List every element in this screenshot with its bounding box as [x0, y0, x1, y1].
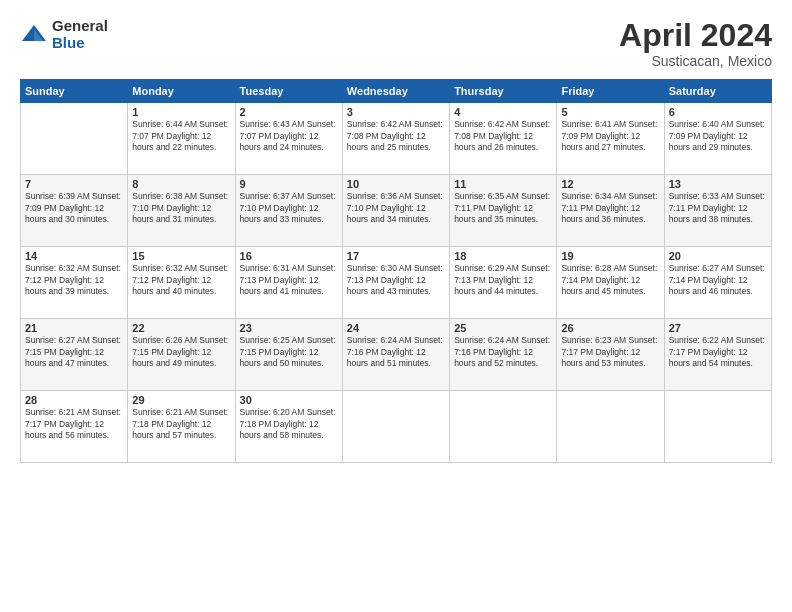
day-cell [21, 103, 128, 175]
day-number: 12 [561, 178, 659, 190]
logo: General Blue [20, 18, 108, 51]
logo-general: General [52, 18, 108, 35]
day-number: 3 [347, 106, 445, 118]
day-info: Sunrise: 6:22 AM Sunset: 7:17 PM Dayligh… [669, 335, 767, 369]
day-number: 28 [25, 394, 123, 406]
day-info: Sunrise: 6:29 AM Sunset: 7:13 PM Dayligh… [454, 263, 552, 297]
day-number: 21 [25, 322, 123, 334]
day-cell: 19Sunrise: 6:28 AM Sunset: 7:14 PM Dayli… [557, 247, 664, 319]
day-cell: 13Sunrise: 6:33 AM Sunset: 7:11 PM Dayli… [664, 175, 771, 247]
day-number: 17 [347, 250, 445, 262]
day-cell: 4Sunrise: 6:42 AM Sunset: 7:08 PM Daylig… [450, 103, 557, 175]
col-sunday: Sunday [21, 80, 128, 103]
day-cell: 25Sunrise: 6:24 AM Sunset: 7:16 PM Dayli… [450, 319, 557, 391]
day-info: Sunrise: 6:31 AM Sunset: 7:13 PM Dayligh… [240, 263, 338, 297]
day-number: 14 [25, 250, 123, 262]
day-number: 6 [669, 106, 767, 118]
day-info: Sunrise: 6:40 AM Sunset: 7:09 PM Dayligh… [669, 119, 767, 153]
calendar-subtitle: Susticacan, Mexico [619, 53, 772, 69]
col-tuesday: Tuesday [235, 80, 342, 103]
day-cell: 21Sunrise: 6:27 AM Sunset: 7:15 PM Dayli… [21, 319, 128, 391]
week-row-2: 7Sunrise: 6:39 AM Sunset: 7:09 PM Daylig… [21, 175, 772, 247]
day-info: Sunrise: 6:42 AM Sunset: 7:08 PM Dayligh… [454, 119, 552, 153]
day-info: Sunrise: 6:32 AM Sunset: 7:12 PM Dayligh… [132, 263, 230, 297]
logo-text: General Blue [52, 18, 108, 51]
week-row-3: 14Sunrise: 6:32 AM Sunset: 7:12 PM Dayli… [21, 247, 772, 319]
day-cell: 3Sunrise: 6:42 AM Sunset: 7:08 PM Daylig… [342, 103, 449, 175]
day-cell: 27Sunrise: 6:22 AM Sunset: 7:17 PM Dayli… [664, 319, 771, 391]
day-number: 9 [240, 178, 338, 190]
day-info: Sunrise: 6:28 AM Sunset: 7:14 PM Dayligh… [561, 263, 659, 297]
day-cell: 23Sunrise: 6:25 AM Sunset: 7:15 PM Dayli… [235, 319, 342, 391]
day-cell: 28Sunrise: 6:21 AM Sunset: 7:17 PM Dayli… [21, 391, 128, 463]
day-cell: 18Sunrise: 6:29 AM Sunset: 7:13 PM Dayli… [450, 247, 557, 319]
day-number: 5 [561, 106, 659, 118]
day-info: Sunrise: 6:34 AM Sunset: 7:11 PM Dayligh… [561, 191, 659, 225]
day-number: 30 [240, 394, 338, 406]
day-number: 22 [132, 322, 230, 334]
day-cell [342, 391, 449, 463]
day-number: 1 [132, 106, 230, 118]
day-cell: 8Sunrise: 6:38 AM Sunset: 7:10 PM Daylig… [128, 175, 235, 247]
day-number: 18 [454, 250, 552, 262]
day-cell: 14Sunrise: 6:32 AM Sunset: 7:12 PM Dayli… [21, 247, 128, 319]
day-cell: 5Sunrise: 6:41 AM Sunset: 7:09 PM Daylig… [557, 103, 664, 175]
day-number: 20 [669, 250, 767, 262]
calendar-table: Sunday Monday Tuesday Wednesday Thursday… [20, 79, 772, 463]
day-cell [450, 391, 557, 463]
day-cell: 30Sunrise: 6:20 AM Sunset: 7:18 PM Dayli… [235, 391, 342, 463]
day-cell: 26Sunrise: 6:23 AM Sunset: 7:17 PM Dayli… [557, 319, 664, 391]
day-cell: 29Sunrise: 6:21 AM Sunset: 7:18 PM Dayli… [128, 391, 235, 463]
day-number: 24 [347, 322, 445, 334]
header-row: Sunday Monday Tuesday Wednesday Thursday… [21, 80, 772, 103]
day-info: Sunrise: 6:32 AM Sunset: 7:12 PM Dayligh… [25, 263, 123, 297]
logo-blue: Blue [52, 35, 108, 52]
day-info: Sunrise: 6:42 AM Sunset: 7:08 PM Dayligh… [347, 119, 445, 153]
day-info: Sunrise: 6:41 AM Sunset: 7:09 PM Dayligh… [561, 119, 659, 153]
day-cell: 1Sunrise: 6:44 AM Sunset: 7:07 PM Daylig… [128, 103, 235, 175]
day-info: Sunrise: 6:27 AM Sunset: 7:15 PM Dayligh… [25, 335, 123, 369]
page: General Blue April 2024 Susticacan, Mexi… [0, 0, 792, 612]
day-number: 15 [132, 250, 230, 262]
day-info: Sunrise: 6:37 AM Sunset: 7:10 PM Dayligh… [240, 191, 338, 225]
day-info: Sunrise: 6:23 AM Sunset: 7:17 PM Dayligh… [561, 335, 659, 369]
day-cell: 15Sunrise: 6:32 AM Sunset: 7:12 PM Dayli… [128, 247, 235, 319]
calendar-title: April 2024 [619, 18, 772, 53]
day-cell: 6Sunrise: 6:40 AM Sunset: 7:09 PM Daylig… [664, 103, 771, 175]
day-number: 4 [454, 106, 552, 118]
day-info: Sunrise: 6:35 AM Sunset: 7:11 PM Dayligh… [454, 191, 552, 225]
day-cell: 22Sunrise: 6:26 AM Sunset: 7:15 PM Dayli… [128, 319, 235, 391]
header: General Blue April 2024 Susticacan, Mexi… [20, 18, 772, 69]
day-info: Sunrise: 6:36 AM Sunset: 7:10 PM Dayligh… [347, 191, 445, 225]
day-number: 10 [347, 178, 445, 190]
day-number: 27 [669, 322, 767, 334]
day-number: 23 [240, 322, 338, 334]
day-info: Sunrise: 6:25 AM Sunset: 7:15 PM Dayligh… [240, 335, 338, 369]
day-number: 7 [25, 178, 123, 190]
day-number: 2 [240, 106, 338, 118]
col-saturday: Saturday [664, 80, 771, 103]
day-cell: 9Sunrise: 6:37 AM Sunset: 7:10 PM Daylig… [235, 175, 342, 247]
col-monday: Monday [128, 80, 235, 103]
day-info: Sunrise: 6:44 AM Sunset: 7:07 PM Dayligh… [132, 119, 230, 153]
day-cell [557, 391, 664, 463]
day-info: Sunrise: 6:24 AM Sunset: 7:16 PM Dayligh… [347, 335, 445, 369]
col-friday: Friday [557, 80, 664, 103]
day-number: 13 [669, 178, 767, 190]
day-number: 8 [132, 178, 230, 190]
day-number: 29 [132, 394, 230, 406]
day-cell [664, 391, 771, 463]
col-wednesday: Wednesday [342, 80, 449, 103]
day-number: 16 [240, 250, 338, 262]
day-info: Sunrise: 6:43 AM Sunset: 7:07 PM Dayligh… [240, 119, 338, 153]
day-info: Sunrise: 6:33 AM Sunset: 7:11 PM Dayligh… [669, 191, 767, 225]
day-info: Sunrise: 6:21 AM Sunset: 7:18 PM Dayligh… [132, 407, 230, 441]
day-cell: 12Sunrise: 6:34 AM Sunset: 7:11 PM Dayli… [557, 175, 664, 247]
day-cell: 24Sunrise: 6:24 AM Sunset: 7:16 PM Dayli… [342, 319, 449, 391]
day-number: 25 [454, 322, 552, 334]
day-info: Sunrise: 6:20 AM Sunset: 7:18 PM Dayligh… [240, 407, 338, 441]
day-info: Sunrise: 6:39 AM Sunset: 7:09 PM Dayligh… [25, 191, 123, 225]
day-cell: 17Sunrise: 6:30 AM Sunset: 7:13 PM Dayli… [342, 247, 449, 319]
week-row-4: 21Sunrise: 6:27 AM Sunset: 7:15 PM Dayli… [21, 319, 772, 391]
day-info: Sunrise: 6:26 AM Sunset: 7:15 PM Dayligh… [132, 335, 230, 369]
